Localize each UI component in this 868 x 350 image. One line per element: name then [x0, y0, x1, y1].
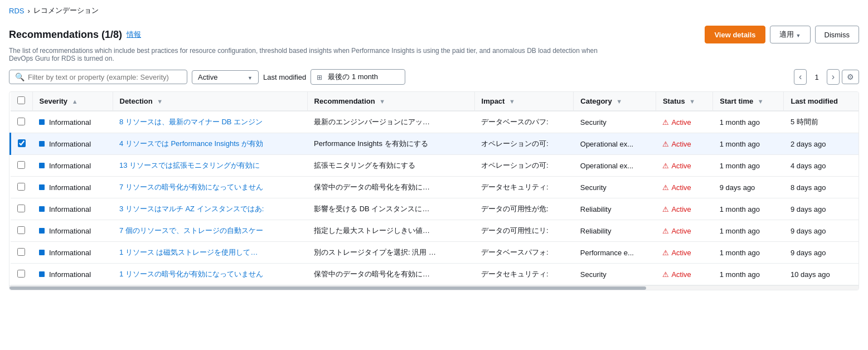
row-severity: Informational [32, 198, 113, 220]
severity-column-header[interactable]: Severity ▲ [32, 92, 113, 111]
last-modified-text: 4 days ago [791, 162, 826, 170]
impact-text: データの可用性が危: [481, 204, 567, 214]
start-time-text: 1 month ago [720, 205, 760, 213]
dismiss-button[interactable]: Dismiss [815, 26, 860, 43]
breadcrumb-current: レコメンデーション [33, 6, 99, 16]
recommendations-count: (1/8) [101, 29, 122, 40]
breadcrumb-rds-link[interactable]: RDS [9, 7, 24, 15]
severity-dot [39, 206, 45, 212]
chevron-left-icon [799, 74, 802, 81]
page-description: The list of recommendations which includ… [9, 47, 622, 62]
search-box[interactable]: 🔍 [9, 70, 187, 84]
row-checkbox-cell[interactable] [11, 155, 33, 177]
view-details-button[interactable]: View details [705, 26, 765, 43]
severity-label: Informational [49, 205, 91, 213]
row-recommendation: 保管中のデータの暗号化を有効にする [307, 264, 474, 285]
impact-sort-icon: ▼ [509, 98, 515, 105]
row-checkbox[interactable] [17, 183, 25, 191]
row-status: ⚠ Active [656, 155, 712, 177]
row-category: Performance e... [574, 242, 656, 264]
impact-column-header[interactable]: Impact ▼ [474, 92, 574, 111]
row-checkbox[interactable] [17, 205, 25, 212]
status-text: Active [671, 118, 691, 127]
search-input[interactable] [28, 73, 181, 81]
prev-page-button[interactable] [794, 69, 807, 85]
row-checkbox-cell[interactable] [11, 133, 33, 155]
select-all-checkbox[interactable] [17, 96, 25, 104]
row-status: ⚠ Active [656, 198, 712, 220]
scrollbar-thumb[interactable] [9, 286, 646, 290]
start-time-text: 1 month ago [720, 270, 760, 279]
select-all-header[interactable] [11, 92, 33, 111]
row-checkbox-cell[interactable] [11, 264, 33, 285]
row-recommendation: 指定した最大ストレージしきい値で Amazon [307, 220, 474, 242]
impact-text: オペレーションの可: [481, 139, 567, 149]
detection-link[interactable]: 13 リソースでは拡張モニタリングが有効に [119, 161, 264, 171]
date-dropdown[interactable]: 最後の 1 month [311, 69, 405, 85]
horizontal-scrollbar[interactable] [9, 285, 859, 290]
row-status: ⚠ Active [656, 133, 712, 155]
table-row: Informational 7 リソースの暗号化が有効になっていません 保管中の… [11, 177, 859, 198]
breadcrumb-separator: › [27, 7, 30, 15]
status-column-header[interactable]: Status ▼ [656, 92, 712, 111]
last-modified-column-header[interactable]: Last modified [784, 92, 859, 111]
category-column-header[interactable]: Category ▼ [574, 92, 656, 111]
row-checkbox-cell[interactable] [11, 198, 33, 220]
detection-column-header[interactable]: Detection ▼ [113, 92, 307, 111]
row-severity: Informational [32, 111, 113, 133]
row-checkbox[interactable] [17, 248, 25, 256]
start-time-text: 9 days ago [720, 183, 755, 192]
row-impact: データの可用性が危: [474, 198, 574, 220]
pagination: 1 [794, 69, 859, 85]
row-checkbox-cell[interactable] [11, 111, 33, 133]
detection-link[interactable]: 3 リソースはマルチ AZ インスタンスではあ: [119, 204, 264, 214]
row-checkbox-cell[interactable] [11, 220, 33, 242]
detection-link[interactable]: 4 リソースでは Performance Insights が有効 [119, 139, 264, 149]
row-checkbox[interactable] [17, 161, 25, 169]
severity-sort-icon: ▲ [72, 98, 78, 105]
row-start-time: 1 month ago [713, 220, 784, 242]
row-impact: データセキュリティ: [474, 177, 574, 198]
category-text: Reliability [580, 205, 612, 213]
header-buttons: View details 適用 Dismiss [705, 26, 859, 43]
row-checkbox-cell[interactable] [11, 177, 33, 198]
apply-chevron-icon [796, 31, 801, 39]
detection-link[interactable]: 7 個のリソースで、ストレージの自動スケー [119, 226, 264, 236]
recommendation-column-header[interactable]: Recommendation ▼ [307, 92, 474, 111]
severity-label: Informational [49, 270, 91, 279]
row-detection: 1 リソースの暗号化が有効になっていません [113, 264, 307, 285]
detection-link[interactable]: 7 リソースの暗号化が有効になっていません [119, 182, 264, 192]
table-row: Informational 3 リソースはマルチ AZ インスタンスではあ: 影… [11, 198, 859, 220]
recommendations-table: Severity ▲ Detection ▼ Recommendation ▼ … [9, 92, 859, 285]
severity-dot [39, 163, 45, 168]
date-value: 最後の 1 month [328, 72, 378, 82]
impact-text: オペレーションの可: [481, 161, 567, 171]
next-page-button[interactable] [827, 69, 840, 85]
row-checkbox[interactable] [17, 226, 25, 234]
status-chevron-icon [248, 73, 253, 81]
row-checkbox-cell[interactable] [11, 242, 33, 264]
severity-dot [39, 250, 45, 255]
detection-link[interactable]: 1 リソースの暗号化が有効になっていません [119, 269, 264, 279]
start-time-column-header[interactable]: Start time ▼ [713, 92, 784, 111]
row-category: Reliability [574, 220, 656, 242]
row-impact: オペレーションの可: [474, 155, 574, 177]
settings-button[interactable] [842, 70, 859, 84]
row-last-modified: 10 days ago [784, 264, 859, 285]
status-dropdown[interactable]: Active [192, 70, 259, 84]
detection-sort-icon: ▼ [157, 98, 163, 105]
row-checkbox[interactable] [18, 139, 26, 147]
severity-dot [39, 228, 45, 234]
row-checkbox[interactable] [17, 270, 25, 278]
detection-link[interactable]: 8 リソースは、最新のマイナー DB エンジン [119, 117, 264, 127]
info-link[interactable]: 情報 [127, 30, 141, 40]
row-checkbox[interactable] [17, 118, 25, 125]
status-warning-icon: ⚠ [662, 183, 669, 192]
recommendation-text: 保管中のデータの暗号化を有効にする [314, 182, 437, 192]
recommendation-text: Performance Insights を有効にする [314, 139, 437, 149]
row-last-modified: 4 days ago [784, 155, 859, 177]
row-detection: 4 リソースでは Performance Insights が有効 [113, 133, 307, 155]
detection-link[interactable]: 1 リソース は磁気ストレージを使用していま [119, 247, 264, 257]
apply-button[interactable]: 適用 [770, 26, 811, 43]
impact-text: データベースのパフ: [481, 117, 567, 127]
